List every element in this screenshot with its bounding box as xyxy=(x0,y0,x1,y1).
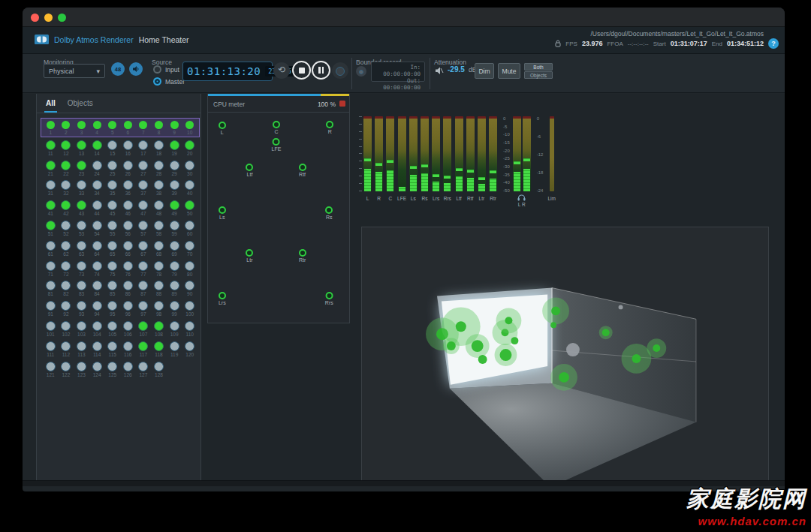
object-71[interactable]: 71 xyxy=(43,260,59,281)
object-115[interactable]: 115 xyxy=(104,341,120,361)
object-113[interactable]: 113 xyxy=(74,341,89,361)
object-58[interactable]: 58 xyxy=(151,220,167,240)
tab-objects[interactable]: Objects xyxy=(68,99,93,107)
speaker-monitor-button[interactable] xyxy=(129,62,143,76)
object-82[interactable]: 82 xyxy=(59,280,74,300)
object-19[interactable]: 19 xyxy=(167,140,182,160)
speaker-R[interactable]: R xyxy=(326,121,333,134)
object-100[interactable]: 100 xyxy=(182,300,197,320)
bounded-record-button[interactable] xyxy=(356,66,366,77)
object-7[interactable]: 7 xyxy=(136,119,152,140)
object-86[interactable]: 86 xyxy=(120,280,136,300)
mute-button[interactable]: Mute xyxy=(498,63,520,79)
speaker-Rs[interactable]: Rs xyxy=(325,206,333,220)
dim-button[interactable]: Dim xyxy=(475,63,494,79)
object-93[interactable]: 93 xyxy=(74,300,89,320)
object-125[interactable]: 125 xyxy=(104,361,120,381)
object-51[interactable]: 51 xyxy=(43,220,59,240)
object-20[interactable]: 20 xyxy=(182,140,197,160)
object-79[interactable]: 79 xyxy=(167,260,182,281)
object-73[interactable]: 73 xyxy=(74,260,89,281)
object-96[interactable]: 96 xyxy=(120,300,136,320)
object-102[interactable]: 102 xyxy=(59,320,74,341)
object-94[interactable]: 94 xyxy=(89,300,105,320)
object-122[interactable]: 122 xyxy=(59,361,74,381)
object-39[interactable]: 39 xyxy=(167,179,182,200)
object-45[interactable]: 45 xyxy=(104,200,120,220)
object-92[interactable]: 92 xyxy=(59,300,74,320)
object-84[interactable]: 84 xyxy=(89,280,105,300)
object-36[interactable]: 36 xyxy=(120,179,136,200)
object-21[interactable]: 21 xyxy=(43,160,59,180)
object-31[interactable]: 31 xyxy=(43,179,59,200)
speaker-LFE[interactable]: LFE xyxy=(272,138,282,152)
object-41[interactable]: 41 xyxy=(43,200,59,220)
object-118[interactable]: 118 xyxy=(151,341,167,361)
object-85[interactable]: 85 xyxy=(104,280,120,300)
object-38[interactable]: 38 xyxy=(151,179,167,200)
object-75[interactable]: 75 xyxy=(104,260,120,281)
object-99[interactable]: 99 xyxy=(167,300,182,320)
object-107[interactable]: 107 xyxy=(136,320,152,341)
object-1[interactable]: 1 xyxy=(43,119,59,140)
speaker-Ls[interactable]: Ls xyxy=(219,206,226,220)
object-114[interactable]: 114 xyxy=(89,341,105,361)
object-108[interactable]: 108 xyxy=(151,320,167,341)
object-105[interactable]: 105 xyxy=(104,320,120,341)
object-43[interactable]: 43 xyxy=(74,200,89,220)
object-91[interactable]: 91 xyxy=(43,300,59,320)
object-98[interactable]: 98 xyxy=(151,300,167,320)
speaker-L[interactable]: L xyxy=(219,122,226,135)
object-124[interactable]: 124 xyxy=(89,361,105,381)
stop-button[interactable] xyxy=(292,61,311,80)
minimize-window-button[interactable] xyxy=(44,14,53,22)
object-48[interactable]: 48 xyxy=(151,200,167,220)
object-22[interactable]: 22 xyxy=(59,160,74,180)
source-master-radio[interactable]: Master xyxy=(153,77,185,86)
object-55[interactable]: 55 xyxy=(104,220,120,240)
object-119[interactable]: 119 xyxy=(167,341,182,361)
object-128[interactable]: 128 xyxy=(151,361,167,381)
speaker-Lrs[interactable]: Lrs xyxy=(219,292,226,305)
speaker-Rtf[interactable]: Rtf xyxy=(299,164,306,177)
object-117[interactable]: 117 xyxy=(136,341,152,361)
object-101[interactable]: 101 xyxy=(43,320,59,341)
object-27[interactable]: 27 xyxy=(136,160,152,180)
object-30[interactable]: 30 xyxy=(182,160,197,180)
maximize-window-button[interactable] xyxy=(58,14,66,22)
object-28[interactable]: 28 xyxy=(151,160,167,180)
object-64[interactable]: 64 xyxy=(89,240,105,260)
object-16[interactable]: 16 xyxy=(120,140,136,160)
object-123[interactable]: 123 xyxy=(74,361,89,381)
object-60[interactable]: 60 xyxy=(182,220,197,240)
object-112[interactable]: 112 xyxy=(59,341,74,361)
object-34[interactable]: 34 xyxy=(89,179,105,200)
tab-all[interactable]: All xyxy=(46,99,56,107)
object-12[interactable]: 12 xyxy=(59,140,74,160)
object-116[interactable]: 116 xyxy=(120,341,136,361)
object-81[interactable]: 81 xyxy=(43,280,59,300)
object-18[interactable]: 18 xyxy=(151,140,167,160)
object-59[interactable]: 59 xyxy=(167,220,182,240)
object-78[interactable]: 78 xyxy=(151,260,167,281)
object-121[interactable]: 121 xyxy=(43,361,59,381)
object-37[interactable]: 37 xyxy=(136,179,152,200)
object-80[interactable]: 80 xyxy=(182,260,197,281)
object-74[interactable]: 74 xyxy=(89,260,105,281)
speaker-Rtr[interactable]: Rtr xyxy=(299,249,306,263)
object-5[interactable]: 5 xyxy=(104,119,120,140)
object-52[interactable]: 52 xyxy=(59,220,74,240)
object-72[interactable]: 72 xyxy=(59,260,74,281)
object-42[interactable]: 42 xyxy=(59,200,74,220)
object-70[interactable]: 70 xyxy=(182,240,197,260)
object-120[interactable]: 120 xyxy=(182,341,197,361)
return-to-start-button[interactable]: ⟲ xyxy=(273,62,290,79)
room-3d-panel[interactable] xyxy=(361,227,769,486)
object-8[interactable]: 8 xyxy=(151,119,167,140)
object-24[interactable]: 24 xyxy=(89,160,105,180)
close-window-button[interactable] xyxy=(31,14,39,22)
object-44[interactable]: 44 xyxy=(89,200,105,220)
object-25[interactable]: 25 xyxy=(104,160,120,180)
object-109[interactable]: 109 xyxy=(167,320,182,341)
object-95[interactable]: 95 xyxy=(104,300,120,320)
